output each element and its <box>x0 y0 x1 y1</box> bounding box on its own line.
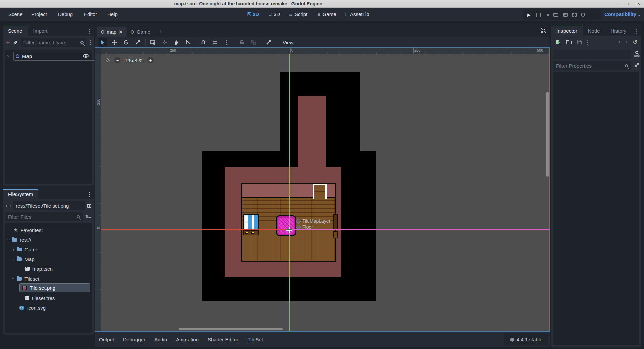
expand-viewport-icon[interactable] <box>541 28 546 33</box>
bottom-shader-editor[interactable]: Shader Editor <box>208 337 238 342</box>
zoom-in-button[interactable]: + <box>147 57 154 63</box>
pan-tool-button[interactable] <box>172 38 181 47</box>
menu-debug[interactable]: Debug <box>58 11 73 17</box>
tab-filesystem[interactable]: FileSystem <box>3 189 38 199</box>
tab-import[interactable]: Import <box>28 26 53 36</box>
movie-frame-icon[interactable] <box>572 13 577 17</box>
movie-maker-icon[interactable]: ▶ <box>563 13 568 17</box>
history-forward-icon[interactable]: › <box>626 39 628 45</box>
fs-res-root[interactable]: › res:// <box>8 235 31 244</box>
remote-debug-icon[interactable] <box>553 13 558 17</box>
new-resource-icon[interactable] <box>555 39 560 45</box>
add-node-button[interactable]: + <box>6 39 10 46</box>
scene-tab-map[interactable]: map ✕ <box>97 27 127 37</box>
ruler-vertical[interactable]: -250 0 <box>95 54 101 331</box>
filter-properties-input[interactable]: Filter Properties <box>553 61 631 70</box>
visibility-eye-icon[interactable] <box>83 54 89 58</box>
expand-arrow-icon[interactable]: › <box>7 53 9 58</box>
smart-snap-button[interactable] <box>199 38 208 47</box>
ruler-tool-button[interactable] <box>184 38 193 47</box>
view-menu-button[interactable]: View <box>279 40 297 45</box>
property-filter-options-icon[interactable] <box>634 62 640 68</box>
fs-map-folder[interactable]: › Map <box>13 255 35 263</box>
scene-tab-game[interactable]: Game <box>127 27 154 37</box>
select-tool-button[interactable] <box>98 38 107 47</box>
center-view-icon[interactable] <box>105 58 110 63</box>
tab-2d[interactable]: ⇱2D <box>247 11 259 17</box>
play-button[interactable]: ▶ <box>527 12 531 17</box>
vertical-scrollbar[interactable] <box>546 92 549 177</box>
sort-files-icon[interactable]: ⇅≡ <box>85 214 91 219</box>
pause-button[interactable]: ❙❙ <box>535 12 542 17</box>
rotate-tool-button[interactable] <box>122 38 130 47</box>
scene-filter-input[interactable]: Filter: name, t:type, <box>21 38 86 47</box>
menu-project[interactable]: Project <box>31 11 47 17</box>
lock-object-button[interactable] <box>237 38 246 47</box>
tab-3d[interactable]: ⊿3D <box>268 11 280 17</box>
path-field[interactable]: res://Tileset/Tile set.png <box>13 201 85 210</box>
tab-game[interactable]: ♟Game <box>317 11 336 17</box>
scale-tool-button[interactable] <box>133 38 142 47</box>
filter-files-input[interactable]: Filter Files <box>5 212 83 221</box>
open-docs-icon[interactable]: DOC <box>634 51 640 57</box>
close-button[interactable]: × <box>635 1 642 7</box>
bottom-debugger[interactable]: Debugger <box>123 337 145 342</box>
zoom-level[interactable]: 146.4 % <box>125 57 143 63</box>
minimize-button[interactable]: – <box>615 1 622 7</box>
close-tab-icon[interactable]: ✕ <box>119 29 123 35</box>
tab-inspector[interactable]: Inspector <box>551 26 583 36</box>
snap-options-menu[interactable] <box>222 38 231 47</box>
scene-filter-menu-icon[interactable] <box>90 42 91 43</box>
menu-editor[interactable]: Editor <box>84 11 97 17</box>
stop-button[interactable]: ■ <box>547 13 549 17</box>
inspector-dock-menu-icon[interactable] <box>636 31 637 32</box>
fs-icon-svg[interactable]: icon.svg <box>19 303 46 312</box>
resource-name-bar[interactable] <box>553 50 631 59</box>
menu-scene[interactable]: Scene <box>8 11 23 17</box>
bottom-output[interactable]: Output <box>99 337 114 342</box>
object-history-icon[interactable]: ↺ <box>633 39 637 45</box>
group-object-button[interactable] <box>249 38 258 47</box>
tab-history[interactable]: History <box>605 26 632 36</box>
grid-snap-button[interactable] <box>211 38 219 47</box>
move-tool-button[interactable] <box>110 38 119 47</box>
back-icon[interactable]: ‹ <box>5 202 7 209</box>
resource-menu-icon[interactable] <box>587 42 588 43</box>
forward-icon[interactable]: › <box>9 202 11 209</box>
scene-dock-menu-icon[interactable] <box>89 31 90 32</box>
menu-help[interactable]: Help <box>107 11 118 17</box>
bottom-animation[interactable]: Animation <box>176 337 199 342</box>
snap-position-button[interactable] <box>160 38 169 47</box>
fs-tileset-tres[interactable]: tileset.tres <box>25 294 55 302</box>
hover-node-label: Floor <box>297 224 313 230</box>
skeleton-options-button[interactable] <box>264 38 273 47</box>
2d-viewport[interactable]: TileMapLayer Floor − 146.4 % + <box>101 54 549 331</box>
tab-script[interactable]: ≣Script <box>289 11 307 17</box>
bottom-panel-bar: Output Debugger Audio Animation Shader E… <box>95 332 550 347</box>
tab-assetlib[interactable]: ⭳AssetLib <box>344 11 369 17</box>
new-scene-tab-button[interactable]: + <box>154 27 166 37</box>
renderer-select[interactable]: Compatibility ⌄ <box>604 11 641 17</box>
instantiate-scene-icon[interactable] <box>13 40 17 44</box>
horizontal-scrollbar[interactable] <box>179 328 283 330</box>
tab-scene[interactable]: Scene <box>3 26 28 36</box>
version-badge[interactable]: 4.4.1.stable <box>504 333 548 346</box>
bottom-tileset[interactable]: TileSet <box>248 337 263 342</box>
history-back-icon[interactable]: ‹ <box>618 39 620 45</box>
list-select-button[interactable] <box>149 38 157 47</box>
grab-focus-icon[interactable] <box>581 13 585 17</box>
split-view-icon[interactable] <box>87 204 91 208</box>
bottom-audio[interactable]: Audio <box>154 337 167 342</box>
zoom-out-button[interactable]: − <box>114 57 121 63</box>
fs-tileset-folder[interactable]: › Tileset <box>13 274 39 283</box>
tab-node[interactable]: Node <box>583 26 605 36</box>
fs-favorites[interactable]: ★ Favorites: <box>13 226 43 234</box>
ruler-horizontal[interactable]: -250 0 250 500 <box>101 48 549 54</box>
fs-map-tscn[interactable]: map.tscn <box>25 264 53 273</box>
load-resource-folder-icon[interactable] <box>566 40 572 44</box>
save-icon[interactable] <box>577 40 582 45</box>
filesystem-dock-menu-icon[interactable] <box>89 194 90 195</box>
fs-game-folder[interactable]: › Game <box>13 245 38 254</box>
maximize-button[interactable]: + <box>625 1 632 7</box>
fs-tileset-png[interactable]: Tile set.png <box>19 283 90 292</box>
